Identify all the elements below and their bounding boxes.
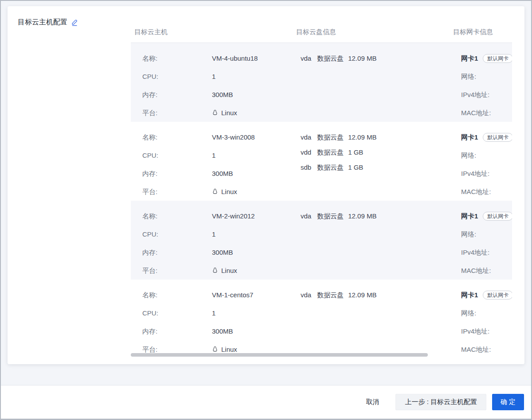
field-value-cpu: 1 bbox=[212, 73, 215, 80]
field-label-cpu: CPU: bbox=[142, 229, 212, 239]
linux-icon bbox=[212, 188, 218, 195]
host-column: 名称:VM-2-win2012CPU:1内存:300MB平台:Linux bbox=[131, 201, 296, 280]
horizontal-scrollbar-thumb[interactable] bbox=[131, 353, 428, 357]
host-field-platform: 平台:Linux bbox=[142, 108, 296, 118]
host-field-name: 名称:VM-4-ubuntu18 bbox=[142, 54, 296, 63]
field-value-memory: 300MB bbox=[212, 327, 233, 335]
host-field-name: 名称:VM-1-centos7 bbox=[142, 290, 296, 300]
disk-device: vda bbox=[301, 133, 311, 141]
linux-icon bbox=[212, 346, 218, 353]
table-body: 名称:VM-4-ubuntu18CPU:1内存:300MB平台:Linuxvda… bbox=[131, 43, 512, 358]
nic-field-mac: MAC地址: bbox=[461, 345, 512, 354]
platform-text: Linux bbox=[221, 109, 237, 117]
platform-text: Linux bbox=[221, 188, 237, 195]
host-field-name: 名称:VM-2-win2012 bbox=[142, 211, 296, 221]
previous-step-button[interactable]: 上一步 : 目标云主机配置 bbox=[395, 394, 486, 410]
linux-icon bbox=[212, 267, 218, 274]
nic-field-mac: MAC地址: bbox=[461, 187, 512, 197]
nic-name: 网卡1 bbox=[461, 212, 478, 220]
nic-field-mac: MAC地址: bbox=[461, 266, 512, 276]
nic-field-ipv4: IPv4地址: bbox=[461, 327, 512, 336]
col-header-target-nic: 目标网卡信息 bbox=[453, 27, 512, 36]
disk-entry: vda数据云盘12.09 MB bbox=[301, 290, 453, 300]
nic-label-mac: MAC地址: bbox=[461, 346, 491, 353]
host-field-memory: 内存:300MB bbox=[142, 248, 296, 257]
disk-column: vda数据云盘12.09 MB bbox=[296, 201, 453, 280]
disk-entry: vda数据云盘12.09 MB bbox=[301, 54, 453, 63]
cancel-button[interactable]: 取消 bbox=[366, 398, 379, 406]
host-field-cpu: CPU:1 bbox=[142, 229, 296, 239]
field-label-memory: 内存: bbox=[142, 90, 212, 100]
nic-label-network: 网络: bbox=[461, 230, 476, 238]
nic-label-ipv4: IPv4地址: bbox=[461, 91, 489, 98]
disk-column: vda数据云盘12.09 MB bbox=[296, 280, 453, 358]
nic-label-mac: MAC地址: bbox=[461, 109, 491, 117]
nic-field-ipv4: IPv4地址: bbox=[461, 90, 512, 100]
host-field-name: 名称:VM-3-win2008 bbox=[142, 132, 296, 142]
disk-type: 数据云盘 bbox=[317, 163, 344, 171]
field-value-memory: 300MB bbox=[212, 91, 233, 98]
nic-title-line: 网卡1默认网卡 bbox=[461, 211, 512, 221]
field-value-name: VM-1-centos7 bbox=[212, 291, 253, 299]
nic-column: 网卡1默认网卡网络:IPv4地址:MAC地址: bbox=[453, 201, 512, 280]
table-scroll-content: 目标云主机 目标云盘信息 目标网卡信息 名称:VM-4-ubuntu18CPU:… bbox=[131, 13, 512, 358]
col-header-target-host: 目标云主机 bbox=[131, 27, 296, 36]
field-label-platform: 平台: bbox=[142, 108, 212, 118]
disk-size: 12.09 MB bbox=[348, 133, 376, 141]
default-nic-tag: 默认网卡 bbox=[483, 133, 512, 142]
nic-title-line: 网卡1默认网卡 bbox=[461, 132, 512, 142]
field-value-platform: Linux bbox=[212, 109, 237, 117]
vm-review-table: 目标云主机 目标云盘信息 目标网卡信息 名称:VM-4-ubuntu18CPU:… bbox=[131, 13, 512, 359]
disk-entry: sdb数据云盘1 GB bbox=[301, 163, 453, 172]
footer-action-bar: 取消 上一步 : 目标云主机配置 确定 bbox=[1, 385, 531, 419]
table-header-row: 目标云主机 目标云盘信息 目标网卡信息 bbox=[131, 13, 512, 43]
linux-icon bbox=[212, 109, 218, 116]
field-label-name: 名称: bbox=[142, 132, 212, 142]
disk-device: vda bbox=[301, 291, 311, 299]
vm-row: 名称:VM-2-win2012CPU:1内存:300MB平台:Linuxvda数… bbox=[131, 201, 512, 280]
nic-column: 网卡1默认网卡网络:IPv4地址:MAC地址: bbox=[453, 280, 512, 358]
nic-label-mac: MAC地址: bbox=[461, 188, 491, 195]
disk-device: vdd bbox=[301, 148, 311, 156]
confirm-button[interactable]: 确定 bbox=[492, 394, 524, 410]
field-value-name: VM-2-win2012 bbox=[212, 212, 255, 220]
nic-column: 网卡1默认网卡网络:IPv4地址:MAC地址: bbox=[453, 122, 512, 201]
host-column: 名称:VM-1-centos7CPU:1内存:300MB平台:Linux bbox=[131, 280, 296, 358]
disk-type: 数据云盘 bbox=[317, 133, 344, 141]
host-field-cpu: CPU:1 bbox=[142, 308, 296, 318]
disk-device: vda bbox=[301, 212, 311, 220]
host-field-memory: 内存:300MB bbox=[142, 90, 296, 100]
field-value-cpu: 1 bbox=[212, 152, 215, 159]
config-review-card: 目标云主机配置 目标云主机 目标云盘信息 目标网卡信息 名称:VM-4-ubun… bbox=[8, 6, 524, 364]
field-label-memory: 内存: bbox=[142, 327, 212, 336]
disk-column: vda数据云盘12.09 MBvdd数据云盘1 GBsdb数据云盘1 GB bbox=[296, 122, 453, 201]
nic-name: 网卡1 bbox=[461, 133, 478, 141]
nic-name: 网卡1 bbox=[461, 54, 478, 62]
field-label-platform: 平台: bbox=[142, 187, 212, 197]
nic-label-ipv4: IPv4地址: bbox=[461, 249, 489, 256]
disk-type: 数据云盘 bbox=[317, 148, 344, 156]
disk-column: vda数据云盘12.09 MB bbox=[296, 43, 453, 122]
host-field-cpu: CPU:1 bbox=[142, 72, 296, 82]
disk-size: 1 GB bbox=[348, 163, 363, 171]
field-value-name: VM-3-win2008 bbox=[212, 133, 255, 141]
vm-row: 名称:VM-4-ubuntu18CPU:1内存:300MB平台:Linuxvda… bbox=[131, 43, 512, 122]
disk-device: vda bbox=[301, 54, 311, 62]
disk-size: 1 GB bbox=[348, 148, 363, 156]
field-label-cpu: CPU: bbox=[142, 308, 212, 318]
field-value-cpu: 1 bbox=[212, 230, 215, 238]
edit-pencil-icon[interactable] bbox=[71, 19, 78, 26]
platform-text: Linux bbox=[221, 267, 237, 274]
section-title: 目标云主机配置 bbox=[18, 18, 67, 27]
platform-text: Linux bbox=[221, 346, 237, 353]
field-value-memory: 300MB bbox=[212, 170, 233, 177]
nic-field-network: 网络: bbox=[461, 308, 512, 318]
disk-entry: vdd数据云盘1 GB bbox=[301, 148, 453, 157]
section-header: 目标云主机配置 bbox=[18, 18, 78, 27]
disk-device: sdb bbox=[301, 163, 311, 171]
nic-label-mac: MAC地址: bbox=[461, 267, 491, 274]
field-label-name: 名称: bbox=[142, 290, 212, 300]
field-label-platform: 平台: bbox=[142, 266, 212, 276]
disk-size: 12.09 MB bbox=[348, 54, 376, 62]
host-field-platform: 平台:Linux bbox=[142, 187, 296, 197]
